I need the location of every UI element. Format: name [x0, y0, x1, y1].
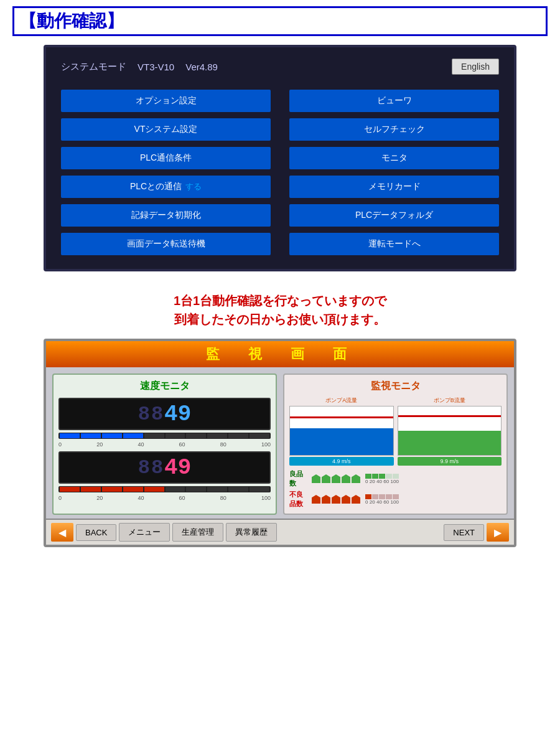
- good-scale-nums: 0204060100: [365, 479, 399, 484]
- screen-transfer-button[interactable]: 画面データ転送待機: [61, 233, 271, 255]
- box-icon-red-1: [312, 495, 320, 504]
- system-mode-label: システムモード: [61, 61, 126, 73]
- scale-seg: [365, 474, 371, 479]
- monitor-panel: 監視モニタ ポンプA流量 4.9 m/s ポンプB流量: [283, 374, 508, 515]
- speed-panel: 速度モニタ 88 49 0 20 40: [52, 374, 277, 515]
- count-section: 良品数: [289, 469, 502, 509]
- self-check-button[interactable]: セルフチェック: [289, 118, 499, 141]
- scale-labels-1: 0 20 40 60 80 100: [58, 441, 271, 448]
- flow-value-a-button[interactable]: 4.9 m/s: [289, 457, 394, 466]
- monitor-title: 監視モニタ: [289, 380, 502, 393]
- prog-seg: [123, 487, 143, 492]
- prog-seg: [81, 487, 101, 492]
- prog-seg: [144, 433, 164, 438]
- screen1-panel: システムモード VT3-V10 Ver4.89 English オプション設定 …: [44, 45, 516, 271]
- prog-seg: [60, 433, 80, 438]
- plc-data-folder-button[interactable]: PLCデータフォルダ: [289, 204, 499, 227]
- prog-seg: [144, 487, 164, 492]
- middle-text-line1: 1台1台動作確認を行なっていますので: [174, 291, 386, 310]
- prog-seg: [207, 433, 227, 438]
- progress-bar-2: [58, 486, 271, 492]
- monitor-button[interactable]: モニタ: [289, 147, 499, 169]
- screen2-title: 監 視 画 面: [46, 341, 514, 367]
- next-arrow-button[interactable]: ▶: [487, 523, 509, 542]
- flow-meter-a-fill: [290, 428, 393, 455]
- option-settings-button[interactable]: オプション設定: [61, 90, 271, 112]
- flow-meter-b-label: ポンプB流量: [434, 397, 465, 405]
- digit2-dim: 88: [138, 456, 164, 479]
- box-icon-red-2: [322, 495, 330, 504]
- screen2-panel: 監 視 画 面 速度モニタ 88 49: [44, 339, 516, 547]
- run-mode-button[interactable]: 運転モードへ: [289, 233, 499, 255]
- scale-labels-2: 0 20 40 60 80 100: [58, 495, 271, 501]
- speed-monitor-title: 速度モニタ: [58, 380, 271, 393]
- box-icon-green-5: [352, 474, 360, 483]
- prog-seg: [81, 433, 101, 438]
- scale-seg: [379, 494, 385, 499]
- box-icon-red-3: [332, 495, 340, 504]
- bad-scale-bar: [365, 494, 399, 499]
- digit-display-2: 88 49: [58, 451, 271, 484]
- flow-meter-a: ポンプA流量 4.9 m/s: [289, 397, 394, 466]
- prog-seg: [186, 487, 206, 492]
- flow-meter-a-bar: [289, 406, 394, 456]
- nav-bar: ◀ BACK メニュー 生産管理 異常履歴 NEXT ▶: [46, 519, 514, 545]
- back-label-button[interactable]: BACK: [76, 524, 116, 541]
- flow-meter-a-label: ポンプA流量: [325, 397, 357, 405]
- digit1-dim: 88: [138, 403, 164, 426]
- box-icon-red-4: [342, 495, 350, 504]
- memory-card-button[interactable]: メモリカード: [289, 176, 499, 198]
- history-button[interactable]: 異常履歴: [226, 523, 277, 542]
- screen2-body: 速度モニタ 88 49 0 20 40: [46, 367, 514, 519]
- prog-seg: [250, 487, 269, 492]
- vt-settings-button[interactable]: VTシステム設定: [61, 118, 271, 141]
- plc-comm-conditions-button[interactable]: PLC通信条件: [61, 147, 271, 169]
- scale-seg: [379, 474, 385, 479]
- good-count-icons: [312, 474, 360, 483]
- box-icon-green-4: [342, 474, 350, 483]
- bad-count-label: 不良品数: [289, 490, 309, 509]
- middle-text-block: 1台1台動作確認を行なっていますので 到着したその日からお使い頂けます。: [174, 291, 386, 329]
- prog-seg: [207, 487, 227, 492]
- bad-count-row: 不良品数: [289, 490, 502, 509]
- prog-seg: [166, 433, 185, 438]
- scale-seg: [372, 474, 378, 479]
- bad-count-icons: [312, 495, 360, 504]
- flow-value-b-button[interactable]: 9.9 m/s: [398, 457, 502, 466]
- flow-meter-b-red-line: [398, 415, 502, 417]
- prog-seg: [228, 487, 248, 492]
- prog-seg: [123, 433, 143, 438]
- plc-comm-label: PLCとの通信: [130, 181, 182, 192]
- plc-comm-extra: する: [185, 181, 202, 192]
- box-icon-green-1: [312, 474, 320, 483]
- box-icon-green-2: [322, 474, 330, 483]
- back-arrow-button[interactable]: ◀: [51, 523, 73, 542]
- screen1-header: システムモード VT3-V10 Ver4.89 English: [61, 59, 499, 75]
- next-label-button[interactable]: NEXT: [444, 524, 484, 541]
- record-init-button[interactable]: 記録データ初期化: [61, 204, 271, 227]
- progress-bar-1: [58, 433, 271, 439]
- digit-display-1: 88 49: [58, 398, 271, 430]
- box-icon-green-3: [332, 474, 340, 483]
- prog-seg: [250, 433, 269, 438]
- page-title: 【動作確認】: [12, 6, 548, 36]
- plc-communication-button[interactable]: PLCとの通信 する: [61, 176, 271, 198]
- scale-seg: [365, 494, 371, 499]
- menu-button[interactable]: メニュー: [119, 523, 170, 542]
- prog-seg: [186, 433, 206, 438]
- flow-meter-b-bar: [398, 406, 502, 456]
- scale-seg: [393, 474, 399, 479]
- scale-seg: [372, 494, 378, 499]
- flow-meter-a-red-line: [290, 416, 393, 418]
- version-num: Ver4.89: [185, 62, 452, 72]
- good-count-row: 良品数: [289, 469, 502, 488]
- good-count-label: 良品数: [289, 469, 309, 488]
- production-button[interactable]: 生産管理: [172, 523, 223, 542]
- prog-seg: [60, 487, 80, 492]
- prog-seg: [228, 433, 248, 438]
- english-button[interactable]: English: [452, 59, 499, 75]
- bad-scale-nums: 0204060100: [365, 499, 399, 505]
- digit2-value: 49: [164, 455, 191, 481]
- version-id: VT3-V10: [138, 62, 174, 72]
- viewer-button[interactable]: ビューワ: [289, 90, 499, 112]
